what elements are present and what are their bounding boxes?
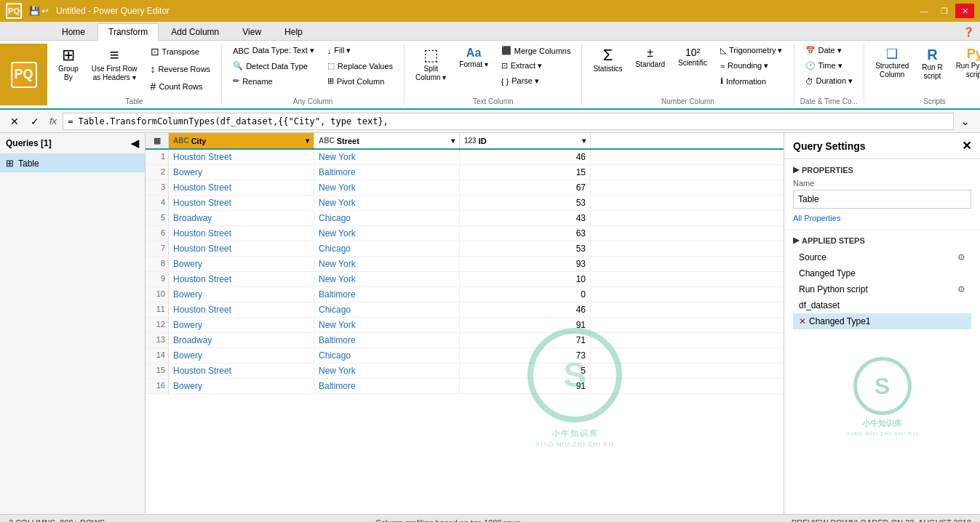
- column-header-id[interactable]: 123 ID ▾: [460, 133, 591, 148]
- detect-label: Detect Data Type: [246, 62, 308, 71]
- structured-column-btn[interactable]: ❑ StructuredColumn: [870, 44, 914, 83]
- fill-btn[interactable]: ↓ Fill ▾: [322, 44, 398, 57]
- ribbon-tabs: Home Transform Add Column View Help ❓: [0, 22, 980, 41]
- trigonometry-btn[interactable]: ◺ Trigonometry ▾: [715, 44, 787, 57]
- info-label: Information: [726, 77, 766, 86]
- table-group: ⊞ GroupBy ≡ Use First Rowas Headers ▾ ⊡ …: [47, 44, 222, 105]
- scripts-group: ❑ StructuredColumn R Run Rscript Py Run …: [864, 44, 980, 105]
- tab-transform[interactable]: Transform: [97, 23, 159, 41]
- quick-save-btn[interactable]: 💾: [29, 6, 40, 16]
- run-r-btn[interactable]: R Run Rscript: [917, 44, 947, 84]
- formula-cancel-btn[interactable]: ✕: [6, 113, 23, 130]
- street-cell: Baltimore: [314, 287, 460, 302]
- rounding-btn[interactable]: ≈ Rounding ▾: [715, 59, 787, 73]
- column-header-street[interactable]: ABC Street ▾: [314, 133, 460, 148]
- statistics-btn[interactable]: Σ Statistics: [588, 44, 627, 77]
- sidebar-item-table[interactable]: ⊞ Table: [0, 154, 145, 172]
- split-column-btn[interactable]: ⬚ SplitColumn ▾: [410, 44, 451, 86]
- street-cell: Chicago: [314, 348, 460, 363]
- duration-btn[interactable]: ⏱ Duration ▾: [800, 74, 859, 88]
- format-btn[interactable]: Aa Format ▾: [454, 44, 493, 73]
- table-row: 16 Bowery Baltimore 91: [146, 379, 784, 394]
- pivot-btn[interactable]: ⊞ Pivot Column: [322, 74, 398, 88]
- applied-step-run-python[interactable]: Run Python script⚙: [793, 281, 971, 297]
- data-type-icon: ABC: [233, 47, 250, 55]
- formula-confirm-btn[interactable]: ✓: [26, 113, 44, 130]
- sidebar-item-label: Table: [18, 158, 39, 169]
- qs-name-input[interactable]: [793, 190, 971, 209]
- street-dropdown-icon[interactable]: ▾: [451, 137, 455, 145]
- rename-btn[interactable]: ✏ Rename: [228, 74, 319, 88]
- id-cell: 91: [460, 318, 591, 332]
- time-label: Time ▾: [818, 61, 842, 71]
- header-filter-icon[interactable]: ▦: [154, 136, 161, 145]
- data-type-btn[interactable]: ABC Data Type: Text ▾: [228, 44, 319, 57]
- applied-step-changed-type[interactable]: Changed Type: [793, 265, 971, 281]
- standard-btn[interactable]: ± Standard: [630, 44, 670, 73]
- number-column-content: Σ Statistics ± Standard 10² Scientific ◺…: [588, 44, 787, 95]
- sidebar-collapse-btn[interactable]: ◀: [131, 137, 139, 149]
- parse-btn[interactable]: { } Parse ▾: [496, 74, 576, 88]
- tab-view[interactable]: View: [231, 23, 272, 40]
- time-btn[interactable]: 🕐 Time ▾: [800, 59, 859, 73]
- id-dropdown-icon[interactable]: ▾: [582, 137, 586, 145]
- applied-step-source[interactable]: Source⚙: [793, 249, 971, 265]
- scripts-content: ❑ StructuredColumn R Run Rscript Py Run …: [870, 44, 980, 95]
- table-group-label: Table: [126, 97, 143, 105]
- extract-btn[interactable]: ⊡ Extract ▾: [496, 59, 576, 73]
- status-bar: 3 COLUMNS, 999+ ROWS Column profiling ba…: [0, 514, 980, 522]
- applied-step-df-dataset[interactable]: df_dataset: [793, 297, 971, 313]
- text-column-content: ⬚ SplitColumn ▾ Aa Format ▾ ⬛ Merge Colu…: [410, 44, 575, 95]
- column-header-city[interactable]: ABC City ▾: [169, 133, 314, 148]
- tab-home[interactable]: Home: [51, 23, 96, 40]
- street-cell: Baltimore: [314, 333, 460, 348]
- transpose-btn[interactable]: ⊡ Transpose: [146, 44, 216, 60]
- use-first-row-btn[interactable]: ≡ Use First Rowas Headers ▾: [87, 44, 143, 86]
- tab-help[interactable]: Help: [274, 23, 314, 40]
- restore-btn[interactable]: ❐: [935, 4, 954, 18]
- run-python-btn[interactable]: Py Run Pythonscript: [951, 44, 980, 83]
- merge-columns-btn[interactable]: ⬛ Merge Columns: [496, 44, 576, 57]
- row-number: 10: [146, 287, 169, 302]
- step-error-icon: ✕: [799, 316, 806, 326]
- applied-step-changed-type1[interactable]: ✕Changed Type1: [793, 313, 971, 329]
- window-controls: — ❐ ✕: [915, 4, 974, 18]
- ribbon: PQ ⊞ GroupBy ≡ Use First Rowas Headers ▾…: [0, 41, 980, 110]
- ribbon-help-icon[interactable]: ❓: [957, 24, 980, 40]
- count-rows-icon: #: [151, 81, 156, 92]
- qs-title: Query Settings: [793, 140, 866, 152]
- all-properties-link[interactable]: All Properties: [793, 214, 840, 222]
- row-number: 4: [146, 196, 169, 210]
- replace-values-btn[interactable]: ⬚ Replace Values: [322, 59, 398, 73]
- formula-expand-btn[interactable]: ⌄: [957, 113, 974, 130]
- row-number: 9: [146, 272, 169, 286]
- close-btn[interactable]: ✕: [955, 4, 974, 18]
- step-gear-icon[interactable]: ⚙: [957, 284, 965, 294]
- formula-input[interactable]: [63, 113, 954, 130]
- scientific-btn[interactable]: 10² Scientific: [673, 44, 712, 71]
- group-by-btn[interactable]: ⊞ GroupBy: [53, 44, 84, 86]
- tab-add-column[interactable]: Add Column: [160, 23, 230, 40]
- city-dropdown-icon[interactable]: ▾: [306, 137, 309, 145]
- city-cell: Houston Street: [169, 180, 314, 195]
- row-number: 3: [146, 180, 169, 195]
- city-cell: Bowery: [169, 165, 314, 180]
- information-btn[interactable]: ℹ Information: [715, 74, 787, 88]
- detect-data-type-btn[interactable]: 🔍 Detect Data Type: [228, 59, 319, 73]
- qs-close-btn[interactable]: ✕: [962, 139, 971, 153]
- step-gear-icon[interactable]: ⚙: [957, 252, 965, 262]
- reverse-rows-btn[interactable]: ↕ Reverse Rows: [146, 61, 216, 77]
- minimize-btn[interactable]: —: [915, 4, 933, 18]
- run-r-label: Run Rscript: [922, 63, 942, 81]
- street-cell: New York: [314, 257, 460, 271]
- text-small-btns: ⬛ Merge Columns ⊡ Extract ▾ { } Parse ▾: [496, 44, 576, 88]
- any-column-label: Any Column: [293, 97, 332, 105]
- city-cell: Houston Street: [169, 364, 314, 378]
- street-cell: New York: [314, 318, 460, 332]
- grid-body: 1 Houston Street New York 46 2 Bowery Ba…: [146, 150, 784, 514]
- count-rows-btn[interactable]: # Count Rows: [146, 79, 216, 95]
- rename-icon: ✏: [233, 76, 239, 86]
- date-btn[interactable]: 📅 Date ▾: [800, 44, 859, 57]
- pivot-label: Pivot Column: [337, 77, 384, 86]
- undo-btn[interactable]: ↩: [41, 6, 49, 16]
